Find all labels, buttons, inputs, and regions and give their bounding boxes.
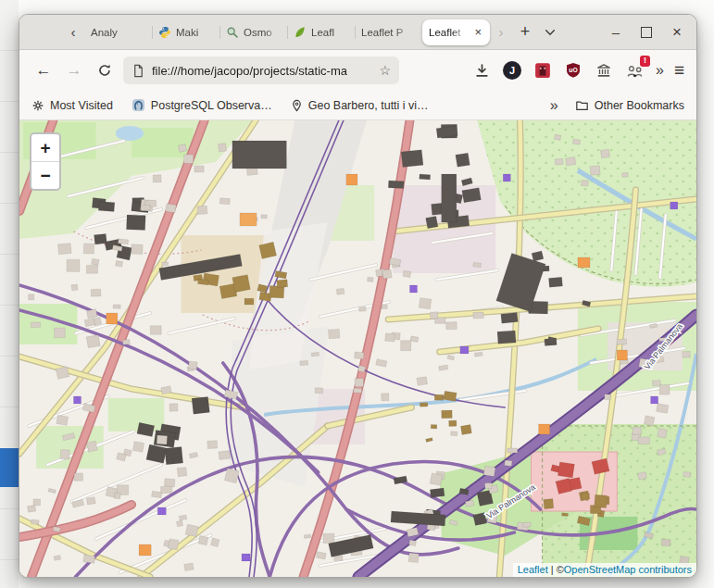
bookmark-geo-barbero[interactable]: Geo Barbero, tutti i vi… [291,99,429,112]
window-controls: – × [609,15,683,49]
extension-red-button[interactable] [533,61,552,80]
zoom-in-button[interactable]: + [31,134,59,162]
maximize-icon [641,27,652,38]
bookmark-most-visited[interactable]: Most Visited [31,99,113,112]
python-icon [158,26,171,39]
tab-leaflet-active[interactable]: Leaflet × [422,19,490,45]
folder-icon [575,99,589,112]
close-tab-icon[interactable]: × [472,25,483,39]
avatar[interactable]: J [503,61,521,80]
page-icon [132,64,145,78]
tab-label: Leaflet P [361,27,416,38]
download-icon [474,63,490,79]
minimize-button[interactable]: – [609,24,622,40]
notification-badge: ! [640,56,650,67]
overflow-menu-button[interactable]: » [656,62,662,79]
tab-bar: ‹ Analy Maki Osmo [19,15,696,50]
scroll-tabs-right-button[interactable]: › [490,20,512,44]
map-attribution: Leaflet | ©OpenStreetMap contributors [513,563,696,577]
magnifier-icon [226,26,239,39]
tab-leaflet-p[interactable]: Leaflet P [355,19,422,45]
map-zoom-control: + − [30,132,61,191]
tab-label: Maki [176,27,213,38]
reload-button[interactable] [93,58,117,82]
tab-label: Analy [91,27,145,38]
url-text[interactable]: file:///home/jacopo/projects/static-ma [152,64,372,78]
ublock-label: uO [569,67,577,73]
extension-red-icon [534,62,551,79]
bookmark-label: Most Visited [50,99,113,112]
other-bookmarks[interactable]: Other Bookmarks [575,99,684,112]
back-button[interactable]: ← [31,58,56,82]
bookmark-label: PostgreSQL Observa… [151,99,272,112]
osm-link[interactable]: OpenStreetMap contributors [564,564,692,575]
desktop-background: ‹ Analy Maki Osmo [0,0,714,588]
ublock-button[interactable]: uO [564,61,582,80]
map-pin-icon [291,99,303,112]
url-bar[interactable]: file:///home/jacopo/projects/static-ma ☆ [123,56,399,84]
close-window-button[interactable]: × [670,23,683,42]
list-all-tabs-button[interactable] [538,20,562,44]
bookmarks-overflow-button[interactable]: » [550,97,557,114]
bank-building-icon [595,62,612,79]
maximize-button[interactable] [640,27,653,38]
firefox-window: ‹ Analy Maki Osmo [19,14,697,578]
leaflet-link[interactable]: Leaflet [518,564,548,575]
tab-maki[interactable]: Maki [152,19,219,45]
background-window-edge [0,0,19,588]
new-tab-button[interactable]: + [512,19,538,45]
scroll-tabs-left-button[interactable]: ‹ [62,20,84,44]
bookmark-postgresql[interactable]: PostgreSQL Observa… [132,98,272,112]
bookmark-star-icon[interactable]: ☆ [379,63,391,78]
downloads-button[interactable] [472,61,491,80]
tab-osmo[interactable]: Osmo [219,19,287,45]
postgresql-icon [132,98,145,112]
zoom-out-button[interactable]: − [31,162,59,189]
attribution-separator: | © [548,564,564,575]
chevron-down-icon [544,26,557,39]
bookmarks-bar: Most Visited PostgreSQL Observa… Geo Bar… [19,91,696,120]
tab-analy[interactable]: Analy [84,19,152,45]
archive-button[interactable] [595,61,613,80]
navigation-toolbar: ← → file:///home/jacopo/projects/static-… [19,50,696,91]
leaflet-leaf-icon [294,26,307,39]
bookmark-label: Geo Barbero, tutti i vi… [308,99,429,112]
ublock-shield-icon: uO [565,62,582,79]
containers-button[interactable]: ! [625,61,644,80]
reload-icon [97,63,112,78]
tab-label: Osmo [244,27,281,38]
map-canvas[interactable]: Via Palmanova Via Palmanova [19,120,696,577]
app-menu-button[interactable]: ≡ [674,60,684,81]
forward-button[interactable]: → [62,58,86,82]
bookmark-label: Other Bookmarks [595,99,684,112]
toolbar-extensions: J uO [472,60,684,81]
tab-label: Leaflet [429,27,468,38]
gear-icon [31,99,44,112]
tab-leafl[interactable]: Leafl [287,19,355,45]
page-content: Via Palmanova Via Palmanova + − Leaflet … [19,120,696,577]
tab-label: Leafl [311,27,348,38]
